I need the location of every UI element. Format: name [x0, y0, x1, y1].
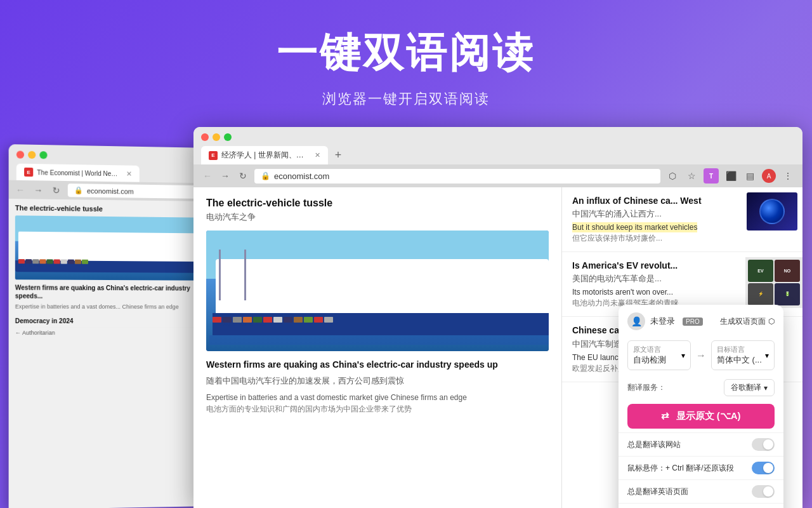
address-bar-front: ← → ↻ 🔒 economist.com ⬡ ☆ T ⬛ ▤ A ⋮: [193, 164, 802, 187]
toggle-1-label: 总是翻译该网站: [627, 439, 681, 450]
forward-btn-back[interactable]: →: [32, 185, 44, 195]
toolbar-icons: ⬡ ☆ T ⬛ ▤ A ⋮: [665, 168, 795, 184]
refresh-btn-back[interactable]: ↻: [50, 185, 63, 195]
toggle-3-switch[interactable]: [752, 485, 775, 498]
address-bar-back: ← → ↻ 🔒 economist.com: [9, 180, 206, 201]
article-headline-en: Western firms are quaking as China's ele…: [206, 359, 549, 371]
source-lang-label: 原文语言: [633, 345, 666, 354]
traffic-light-red-back[interactable]: [16, 150, 24, 158]
ship-scene-front: GLOVIS: [206, 231, 549, 351]
screenshot-icon[interactable]: ⬡: [665, 169, 679, 183]
address-input-back[interactable]: 🔒 economist.com: [68, 184, 200, 199]
tab-title-back: The Economist | World News...: [37, 169, 120, 177]
popup-bottom-row: 📄 PDF/ePub 🎬 视频字幕 📖 使用说明: [619, 503, 783, 508]
back-article-title: The electric-vehicle tussle: [15, 204, 199, 214]
traffic-light-red-front[interactable]: [201, 133, 209, 141]
url-text-front: economist.com: [274, 171, 329, 181]
traffic-light-yellow-back[interactable]: [28, 151, 36, 159]
browsers-container: E The Economist | World News... ✕ ← → ↻ …: [0, 127, 812, 508]
show-original-btn[interactable]: ⇄ 显示原文 (⌥A): [627, 404, 775, 429]
target-lang-chevron: ▾: [765, 351, 769, 360]
cars-row-front: [213, 317, 542, 323]
source-lang-chevron: ▾: [681, 351, 685, 360]
profile-icon[interactable]: A: [762, 169, 776, 183]
article-title-zh: 电动汽车之争: [206, 211, 549, 223]
target-lang-select-inner: 目标语言 简体中文 (...: [717, 345, 762, 366]
source-lang-select[interactable]: 原文语言 自动检测 ▾: [627, 340, 691, 370]
back-section-title: Democracy in 2024: [15, 317, 199, 324]
article-body-en: Expertise in batteries and a vast domest…: [206, 392, 549, 403]
globe-image: [747, 192, 797, 231]
traffic-lights-back: [16, 150, 198, 161]
article-body-zh: 电池方面的专业知识和广阔的国内市场为中国企业带来了优势: [206, 403, 549, 415]
toggle-1-switch[interactable]: [752, 438, 775, 451]
extension-icon-2[interactable]: ⬛: [724, 169, 738, 183]
ev-sign-1: EV: [748, 260, 773, 282]
url-text-back: economist.com: [87, 187, 134, 195]
popup-header: 👤 未登录 PRO 生成双语页面 ⬡: [619, 305, 783, 335]
menu-icon[interactable]: ⋮: [781, 169, 795, 183]
lang-arrow: →: [696, 350, 706, 361]
new-tab-btn[interactable]: +: [331, 148, 346, 163]
toggle-row-3: 总是翻译英语页面: [619, 479, 783, 503]
address-input-front[interactable]: 🔒 economist.com: [254, 169, 660, 184]
tab-close-front[interactable]: ✕: [315, 151, 320, 159]
back-nav-item[interactable]: ← Authoritarian: [15, 327, 199, 338]
back-article-headline: Western firms are quaking as China's ele…: [15, 283, 199, 300]
globe-sphere: [759, 199, 785, 224]
popup-gen-page[interactable]: 生成双语页面 ⬡: [720, 316, 775, 327]
back-btn-back[interactable]: ←: [14, 184, 27, 194]
highlighted-text: But it should keep its market vehicles: [572, 222, 697, 232]
popup-login-label: 未登录: [650, 316, 675, 327]
back-btn-front[interactable]: ←: [201, 171, 214, 181]
hero-section: 一键双语阅读 浏览器一键开启双语阅读: [0, 0, 812, 128]
source-lang-value: 自动检测: [633, 354, 666, 366]
tab-active-front[interactable]: E 经济学人 | 世界新闻、经济、政... ✕: [201, 146, 328, 164]
toggle-1-knob: [763, 439, 773, 450]
crane-1: [219, 250, 221, 300]
ev-sign-3: ⚡: [748, 283, 773, 306]
service-value: 谷歌翻译: [731, 382, 761, 393]
extension-icon-1[interactable]: T: [704, 168, 719, 184]
popup-avatar: 👤: [627, 312, 645, 330]
gen-page-icon: ⬡: [768, 317, 775, 326]
popup-service-select[interactable]: 谷歌翻译 ▾: [724, 379, 775, 396]
news-item-1-sub-en: But it should keep its market vehicles: [572, 223, 720, 232]
browser-back: E The Economist | World News... ✕ ← → ↻ …: [9, 144, 206, 508]
source-lang-select-inner: 原文语言 自动检测: [633, 345, 666, 366]
popup-user: 👤 未登录 PRO: [627, 312, 703, 330]
toggle-3-label: 总是翻译英语页面: [627, 486, 688, 497]
tab-active-back[interactable]: E The Economist | World News... ✕: [16, 164, 140, 182]
popup-service-label: 翻译服务：: [627, 382, 665, 393]
tab-title-front: 经济学人 | 世界新闻、经济、政...: [221, 150, 308, 161]
toggle-row-1: 总是翻译该网站: [619, 432, 783, 456]
traffic-lights-front: [201, 133, 795, 141]
toggle-2-switch[interactable]: [752, 462, 775, 474]
tab-bar-back: E The Economist | World News... ✕: [16, 164, 198, 184]
ev-sign-2: NO: [775, 260, 800, 282]
target-lang-label: 目标语言: [717, 345, 762, 354]
target-lang-select[interactable]: 目标语言 简体中文 (... ▾: [711, 340, 775, 370]
crane-2: [244, 250, 246, 300]
news-item-1-en: An influx of Chinese ca... West: [572, 195, 720, 206]
news-item-1-sub-zh: 但它应该保持市场对廉价...: [572, 233, 720, 244]
toggle-3-knob: [763, 486, 773, 497]
toggle-2-knob: [763, 463, 773, 473]
forward-btn-front[interactable]: →: [219, 171, 232, 181]
article-headline-zh: 随着中国电动汽车行业的加速发展，西方公司感到震惊: [206, 375, 549, 387]
ev-sign-4: 🔋: [775, 283, 800, 306]
browser-front: E 经济学人 | 世界新闻、经济、政... ✕ + ← → ↻ 🔒 econom…: [193, 127, 802, 508]
ship-text-back: GLOVIS: [20, 263, 44, 269]
bookmark-icon[interactable]: ☆: [684, 169, 698, 183]
target-lang-value: 简体中文 (...: [717, 354, 762, 366]
traffic-light-green-front[interactable]: [224, 133, 232, 141]
back-content: The electric-vehicle tussle GLOVIS: [9, 199, 206, 343]
tab-close-back[interactable]: ✕: [126, 170, 132, 178]
article-list: The electric-vehicle tussle 电动汽车之争 GLOVI…: [193, 187, 561, 508]
sidebar-icon[interactable]: ▤: [743, 169, 757, 183]
show-original-label: 显示原文 (⌥A): [676, 410, 741, 421]
traffic-light-green-back[interactable]: [39, 151, 47, 159]
hero-title: 一键双语阅读: [0, 25, 812, 81]
traffic-light-yellow-front[interactable]: [213, 133, 220, 141]
refresh-btn-front[interactable]: ↻: [237, 171, 249, 181]
